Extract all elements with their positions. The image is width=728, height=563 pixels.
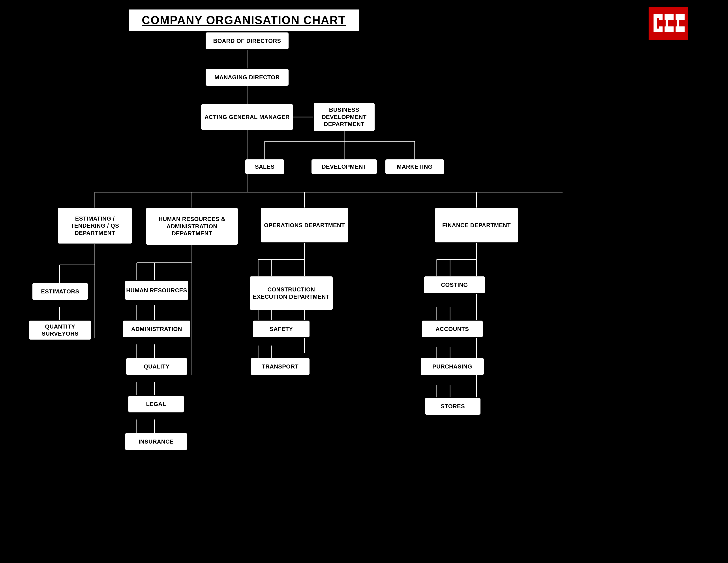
stores: STORES: [425, 398, 481, 415]
construction-exec-dept: CONSTRUCTION EXECUTION DEPARTMENT: [249, 276, 333, 310]
insurance: INSURANCE: [125, 433, 188, 450]
svg-marker-2: [676, 14, 685, 32]
administration: ADMINISTRATION: [122, 320, 191, 338]
finance-dept: FINANCE DEPARTMENT: [435, 207, 518, 243]
connectors-svg: [0, 0, 728, 563]
svg-marker-1: [665, 14, 674, 32]
hr-admin-dept: HUMAN RESOURCES & ADMINISTRATION DEPARTM…: [146, 207, 238, 245]
business-development-dept: BUSINESS DEVELOPMENT DEPARTMENT: [313, 103, 375, 131]
page-title: COMPANY ORGANISATION CHART: [135, 13, 352, 27]
operations-dept: OPERATIONS DEPARTMENT: [260, 207, 349, 243]
chart-container: COMPANY ORGANISATION CHART: [0, 0, 728, 563]
quality: QUALITY: [126, 358, 188, 375]
board-of-directors: BOARD OF DIRECTORS: [205, 32, 289, 50]
sales: SALES: [245, 159, 285, 174]
transport: TRANSPORT: [250, 358, 310, 375]
company-logo: [649, 7, 688, 40]
managing-director: MANAGING DIRECTOR: [205, 68, 289, 86]
accounts: ACCOUNTS: [421, 320, 483, 338]
development: DEVELOPMENT: [311, 159, 377, 174]
safety: SAFETY: [253, 320, 310, 338]
estimators: ESTIMATORS: [32, 283, 88, 300]
human-resources: HUMAN RESOURCES: [125, 280, 189, 300]
acting-general-manager: ACTING GENERAL MANAGER: [201, 104, 293, 130]
marketing: MARKETING: [385, 159, 445, 174]
quantity-surveyors: QUANTITY SURVEYORS: [29, 320, 92, 340]
legal: LEGAL: [128, 395, 184, 413]
title-box: COMPANY ORGANISATION CHART: [128, 9, 360, 31]
svg-marker-0: [654, 14, 662, 32]
costing: COSTING: [424, 276, 485, 294]
purchasing: PURCHASING: [420, 358, 484, 375]
estimating-dept: ESTIMATING / TENDERING / QS DEPARTMENT: [57, 207, 132, 244]
